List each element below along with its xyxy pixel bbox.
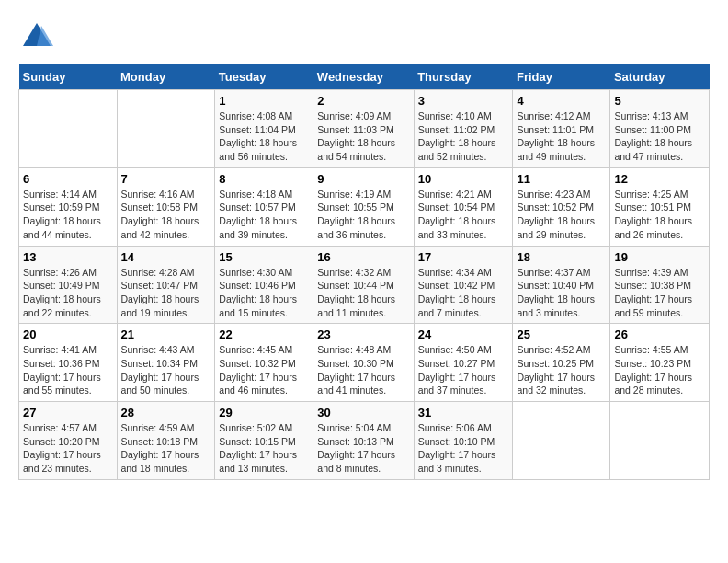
calendar-cell: 26Sunrise: 4:55 AMSunset: 10:23 PMDaylig… (610, 324, 710, 402)
day-info: Sunrise: 4:26 AMSunset: 10:49 PMDaylight… (23, 266, 113, 320)
day-info: Sunrise: 4:55 AMSunset: 10:23 PMDaylight… (614, 343, 705, 397)
day-info: Sunrise: 5:06 AMSunset: 10:10 PMDaylight… (418, 421, 509, 476)
day-number: 15 (219, 250, 309, 264)
calendar-cell: 24Sunrise: 4:50 AMSunset: 10:27 PMDaylig… (414, 324, 513, 402)
calendar-cell: 8Sunrise: 4:18 AMSunset: 10:57 PMDayligh… (215, 167, 313, 246)
calendar-cell: 23Sunrise: 4:48 AMSunset: 10:30 PMDaylig… (313, 324, 414, 402)
day-info: Sunrise: 4:50 AMSunset: 10:27 PMDaylight… (418, 343, 509, 397)
calendar-cell: 15Sunrise: 4:30 AMSunset: 10:46 PMDaylig… (215, 246, 313, 324)
calendar-cell: 28Sunrise: 4:59 AMSunset: 10:18 PMDaylig… (117, 402, 215, 480)
logo (18, 18, 57, 55)
day-info: Sunrise: 4:43 AMSunset: 10:34 PMDaylight… (121, 343, 211, 397)
logo-icon (18, 18, 55, 55)
calendar-week-2: 6Sunrise: 4:14 AMSunset: 10:59 PMDayligh… (19, 167, 710, 246)
calendar-cell: 17Sunrise: 4:34 AMSunset: 10:42 PMDaylig… (414, 246, 513, 324)
day-info: Sunrise: 4:18 AMSunset: 10:57 PMDaylight… (219, 188, 309, 242)
day-info: Sunrise: 4:30 AMSunset: 10:46 PMDaylight… (219, 266, 309, 320)
calendar-week-5: 27Sunrise: 4:57 AMSunset: 10:20 PMDaylig… (19, 402, 710, 480)
day-info: Sunrise: 4:12 AMSunset: 11:01 PMDaylight… (517, 109, 606, 164)
calendar-cell: 7Sunrise: 4:16 AMSunset: 10:58 PMDayligh… (117, 167, 215, 246)
day-number: 9 (317, 172, 409, 186)
page-header (18, 18, 710, 55)
calendar-week-4: 20Sunrise: 4:41 AMSunset: 10:36 PMDaylig… (19, 324, 710, 402)
calendar-cell: 29Sunrise: 5:02 AMSunset: 10:15 PMDaylig… (215, 402, 313, 480)
calendar-cell (117, 90, 215, 168)
calendar-cell: 20Sunrise: 4:41 AMSunset: 10:36 PMDaylig… (19, 324, 118, 402)
day-header-tuesday: Tuesday (215, 64, 313, 90)
calendar-table: SundayMondayTuesdayWednesdayThursdayFrid… (18, 64, 710, 480)
day-header-saturday: Saturday (610, 64, 710, 90)
day-info: Sunrise: 4:16 AMSunset: 10:58 PMDaylight… (121, 188, 211, 242)
day-number: 25 (517, 327, 606, 341)
day-number: 16 (317, 250, 409, 264)
day-number: 19 (614, 250, 705, 264)
day-number: 6 (23, 172, 113, 186)
calendar-cell: 16Sunrise: 4:32 AMSunset: 10:44 PMDaylig… (313, 246, 414, 324)
day-header-monday: Monday (117, 64, 215, 90)
day-number: 24 (418, 327, 509, 341)
day-info: Sunrise: 5:02 AMSunset: 10:15 PMDaylight… (219, 421, 309, 476)
day-info: Sunrise: 4:14 AMSunset: 10:59 PMDaylight… (23, 188, 113, 242)
day-info: Sunrise: 4:39 AMSunset: 10:38 PMDaylight… (614, 266, 705, 320)
day-header-wednesday: Wednesday (313, 64, 414, 90)
day-header-sunday: Sunday (19, 64, 118, 90)
day-header-friday: Friday (513, 64, 610, 90)
day-info: Sunrise: 4:32 AMSunset: 10:44 PMDaylight… (317, 266, 409, 320)
calendar-cell: 22Sunrise: 4:45 AMSunset: 10:32 PMDaylig… (215, 324, 313, 402)
day-info: Sunrise: 4:13 AMSunset: 11:00 PMDaylight… (614, 109, 705, 164)
day-number: 10 (418, 172, 509, 186)
calendar-cell: 6Sunrise: 4:14 AMSunset: 10:59 PMDayligh… (19, 167, 118, 246)
calendar-cell: 18Sunrise: 4:37 AMSunset: 10:40 PMDaylig… (513, 246, 610, 324)
calendar-cell: 12Sunrise: 4:25 AMSunset: 10:51 PMDaylig… (610, 167, 710, 246)
day-number: 30 (317, 406, 409, 419)
calendar-cell: 14Sunrise: 4:28 AMSunset: 10:47 PMDaylig… (117, 246, 215, 324)
calendar-cell: 11Sunrise: 4:23 AMSunset: 10:52 PMDaylig… (513, 167, 610, 246)
day-number: 4 (517, 94, 606, 108)
day-info: Sunrise: 4:21 AMSunset: 10:54 PMDaylight… (418, 188, 509, 242)
day-info: Sunrise: 4:37 AMSunset: 10:40 PMDaylight… (517, 266, 606, 320)
day-number: 31 (418, 406, 509, 419)
day-number: 11 (517, 172, 606, 186)
day-info: Sunrise: 4:08 AMSunset: 11:04 PMDaylight… (219, 109, 309, 164)
day-info: Sunrise: 5:04 AMSunset: 10:13 PMDaylight… (317, 421, 409, 476)
calendar-cell: 1Sunrise: 4:08 AMSunset: 11:04 PMDayligh… (215, 90, 313, 168)
calendar-week-3: 13Sunrise: 4:26 AMSunset: 10:49 PMDaylig… (19, 246, 710, 324)
day-info: Sunrise: 4:57 AMSunset: 10:20 PMDaylight… (23, 421, 113, 476)
day-number: 5 (614, 94, 705, 108)
day-number: 1 (219, 94, 309, 108)
calendar-cell: 4Sunrise: 4:12 AMSunset: 11:01 PMDayligh… (513, 90, 610, 168)
calendar-cell: 5Sunrise: 4:13 AMSunset: 11:00 PMDayligh… (610, 90, 710, 168)
day-number: 29 (219, 406, 309, 419)
calendar-cell: 2Sunrise: 4:09 AMSunset: 11:03 PMDayligh… (313, 90, 414, 168)
calendar-cell: 3Sunrise: 4:10 AMSunset: 11:02 PMDayligh… (414, 90, 513, 168)
calendar-cell: 31Sunrise: 5:06 AMSunset: 10:10 PMDaylig… (414, 402, 513, 480)
calendar-cell: 9Sunrise: 4:19 AMSunset: 10:55 PMDayligh… (313, 167, 414, 246)
calendar-week-1: 1Sunrise: 4:08 AMSunset: 11:04 PMDayligh… (19, 90, 710, 168)
day-number: 3 (418, 94, 509, 108)
day-info: Sunrise: 4:41 AMSunset: 10:36 PMDaylight… (23, 343, 113, 397)
day-number: 22 (219, 327, 309, 341)
day-number: 27 (23, 406, 113, 419)
day-number: 26 (614, 327, 705, 341)
day-number: 18 (517, 250, 606, 264)
calendar-cell (610, 402, 710, 480)
calendar-cell: 27Sunrise: 4:57 AMSunset: 10:20 PMDaylig… (19, 402, 118, 480)
day-number: 8 (219, 172, 309, 186)
day-info: Sunrise: 4:59 AMSunset: 10:18 PMDaylight… (121, 421, 211, 476)
day-info: Sunrise: 4:28 AMSunset: 10:47 PMDaylight… (121, 266, 211, 320)
day-number: 14 (121, 250, 211, 264)
day-info: Sunrise: 4:34 AMSunset: 10:42 PMDaylight… (418, 266, 509, 320)
day-number: 21 (121, 327, 211, 341)
day-info: Sunrise: 4:09 AMSunset: 11:03 PMDaylight… (317, 109, 409, 164)
day-number: 2 (317, 94, 409, 108)
day-info: Sunrise: 4:23 AMSunset: 10:52 PMDaylight… (517, 188, 606, 242)
day-info: Sunrise: 4:25 AMSunset: 10:51 PMDaylight… (614, 188, 705, 242)
day-number: 12 (614, 172, 705, 186)
calendar-cell: 13Sunrise: 4:26 AMSunset: 10:49 PMDaylig… (19, 246, 118, 324)
calendar-cell (513, 402, 610, 480)
day-number: 13 (23, 250, 113, 264)
day-info: Sunrise: 4:10 AMSunset: 11:02 PMDaylight… (418, 109, 509, 164)
day-number: 20 (23, 327, 113, 341)
calendar-cell: 25Sunrise: 4:52 AMSunset: 10:25 PMDaylig… (513, 324, 610, 402)
calendar-cell: 21Sunrise: 4:43 AMSunset: 10:34 PMDaylig… (117, 324, 215, 402)
